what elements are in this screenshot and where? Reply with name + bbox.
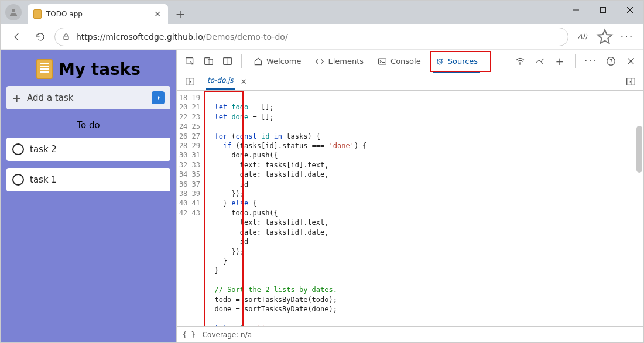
back-button[interactable]	[8, 28, 26, 46]
tab-elements[interactable]: Elements	[309, 50, 369, 73]
help-icon[interactable]	[602, 53, 619, 70]
tab-favicon-icon	[33, 9, 42, 19]
devtools-status-bar: { } Coverage: n/a	[177, 326, 643, 342]
window-minimize-button[interactable]	[563, 1, 590, 19]
debugger-toggle-icon[interactable]	[622, 74, 639, 90]
add-task-submit-button[interactable]	[152, 91, 165, 104]
svg-rect-6	[204, 58, 210, 65]
task-item[interactable]: task 1	[6, 168, 170, 191]
coverage-status: Coverage: n/a	[203, 331, 252, 339]
task-checkbox[interactable]	[12, 143, 24, 155]
task-label: task 2	[30, 144, 57, 155]
svg-rect-1	[601, 8, 606, 13]
content-area: My tasks + Add a task To do task 2 task …	[1, 50, 643, 342]
task-checkbox[interactable]	[12, 174, 24, 186]
plus-icon: +	[12, 92, 21, 104]
dock-side-icon[interactable]	[219, 53, 235, 70]
tab-console[interactable]: Console	[372, 50, 427, 73]
address-bar-row: https://microsoftedge.github.io/Demos/de…	[1, 24, 643, 50]
favorite-button[interactable]	[595, 28, 614, 46]
file-tab-close-button[interactable]: ✕	[239, 76, 248, 87]
more-tabs-button[interactable]: +	[551, 53, 568, 70]
navigator-toggle-icon[interactable]	[181, 74, 198, 90]
svg-rect-5	[186, 58, 193, 63]
tab-close-button[interactable]: ✕	[153, 8, 162, 20]
tab-title: TODO app	[46, 10, 83, 18]
svg-rect-8	[223, 58, 231, 65]
section-heading-todo: To do	[6, 120, 170, 131]
issues-icon[interactable]	[532, 53, 548, 70]
code-editor[interactable]: 18 19 20 21 22 23 24 25 26 27 28 29 30 3…	[177, 91, 643, 326]
add-task-placeholder: Add a task	[27, 92, 73, 103]
todo-app: My tasks + Add a task To do task 2 task …	[1, 50, 176, 342]
svg-rect-4	[64, 36, 68, 39]
settings-more-button[interactable]: ···	[618, 28, 636, 46]
site-info-icon	[62, 33, 70, 41]
window-titlebar: TODO app ✕ +	[1, 1, 643, 24]
scrollbar-thumb[interactable]	[636, 126, 642, 173]
file-tab-row: to-do.js ✕	[177, 73, 643, 91]
svg-rect-10	[379, 59, 386, 64]
window-close-button[interactable]	[616, 1, 643, 19]
url-box[interactable]: https://microsoftedge.github.io/Demos/de…	[54, 28, 568, 46]
devtools-toolbar: Welcome Elements Console Sources + ···	[177, 50, 643, 73]
line-gutter[interactable]: 18 19 20 21 22 23 24 25 26 27 28 29 30 3…	[177, 91, 204, 326]
tab-sources[interactable]: Sources	[429, 50, 484, 73]
window-maximize-button[interactable]	[590, 1, 616, 19]
profile-avatar[interactable]	[5, 4, 22, 20]
inspect-element-icon[interactable]	[181, 53, 198, 70]
task-label: task 1	[30, 174, 57, 185]
pretty-print-button[interactable]: { }	[183, 331, 196, 339]
task-item[interactable]: task 2	[6, 138, 170, 161]
devtools-close-button[interactable]	[622, 53, 639, 70]
add-task-input-row[interactable]: + Add a task	[6, 86, 170, 109]
svg-rect-7	[208, 59, 213, 64]
url-text: https://microsoftedge.github.io/Demos/de…	[76, 32, 288, 42]
devtools-more-button[interactable]: ···	[583, 53, 599, 70]
window-controls	[563, 1, 643, 19]
refresh-button[interactable]	[31, 28, 50, 46]
device-toggle-icon[interactable]	[200, 53, 217, 70]
devtools-panel: Welcome Elements Console Sources + ···	[176, 50, 643, 342]
tab-welcome[interactable]: Welcome	[248, 50, 307, 73]
browser-tab[interactable]: TODO app ✕	[28, 4, 168, 24]
clipboard-icon	[36, 59, 53, 79]
code-content[interactable]: let todo = []; let done = []; for (const…	[204, 91, 643, 326]
new-tab-button[interactable]: +	[172, 5, 189, 23]
app-title: My tasks	[6, 59, 170, 79]
network-conditions-icon[interactable]	[512, 53, 528, 70]
file-tab[interactable]: to-do.js	[206, 74, 235, 90]
svg-point-12	[519, 64, 520, 65]
read-aloud-button[interactable]: A))	[573, 28, 592, 46]
